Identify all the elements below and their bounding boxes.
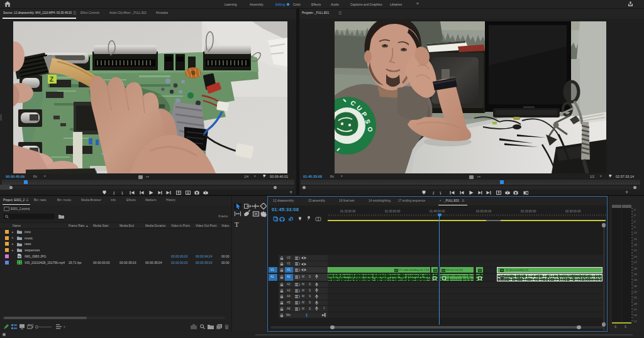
svg-text:Z: Z <box>50 76 53 83</box>
svg-text:T: T <box>235 221 239 228</box>
